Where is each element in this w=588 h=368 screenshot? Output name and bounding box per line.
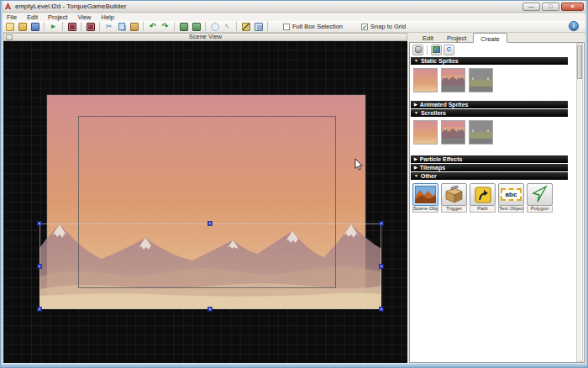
pointer-button[interactable]: ↖ [222, 21, 233, 32]
section-animated-sprites[interactable]: ▶ Animated Sprites [411, 101, 568, 108]
create-panel: Edit Project Create C ▼ Static Sprites [409, 33, 587, 363]
refresh-resources-button[interactable] [412, 45, 423, 55]
snap-to-grid-checkbox[interactable]: ✓ Snap to Grid [361, 23, 406, 30]
chevron-down-icon: ▼ [414, 174, 418, 178]
tool-label: Trigger [441, 206, 467, 213]
scroller-thumb-mountains-sunset[interactable] [441, 120, 465, 145]
chevron-down-icon: ▼ [414, 59, 418, 63]
build-button[interactable] [240, 21, 251, 32]
menu-edit[interactable]: Edit [22, 13, 43, 21]
scrollers-list [410, 118, 584, 145]
scene-view-header: Scene View [3, 33, 407, 41]
crescent-icon: C [447, 46, 452, 53]
close-button[interactable]: × [561, 3, 584, 11]
save-level-button[interactable] [29, 21, 40, 32]
window-left-border [1, 1, 3, 367]
history-button[interactable] [209, 21, 220, 32]
panel-scrollbar[interactable] [576, 43, 583, 362]
chevron-right-icon: ▶ [414, 103, 417, 107]
save-project-button[interactable] [191, 21, 202, 32]
maximize-button[interactable]: □ [542, 3, 559, 11]
tool-trigger[interactable]: Trigger [441, 183, 467, 213]
tool-label: Scene Object [412, 206, 438, 213]
sprite-thumb-mountains-gray[interactable] [469, 68, 493, 92]
menubar: File Edit Project View Help [2, 13, 586, 21]
redo-arrow-icon: ↷ [162, 23, 169, 30]
redo-button[interactable]: ↷ [160, 21, 171, 32]
add-image-map-button[interactable] [431, 45, 442, 55]
menu-view[interactable]: View [72, 13, 96, 21]
paste-button[interactable] [129, 21, 139, 32]
new-level-button[interactable] [4, 21, 15, 32]
separator [174, 22, 175, 31]
section-label: Animated Sprites [420, 102, 469, 108]
section-particle-effects[interactable]: ▶ Particle Effects [411, 155, 568, 163]
app-window: emptyLevel.t2d - TorqueGameBuilder — □ ×… [0, 0, 588, 368]
tab-create[interactable]: Create [473, 33, 507, 43]
scrollbar-thumb[interactable] [577, 45, 582, 79]
scene-window-alt-button[interactable] [85, 21, 96, 32]
separator [267, 22, 268, 31]
window-right-border [585, 1, 587, 367]
scroller-thumb-mountains-gray[interactable] [469, 120, 493, 145]
separator [427, 45, 428, 55]
tool-scene-object[interactable]: Scene Object [412, 183, 438, 213]
clock-icon [211, 23, 219, 31]
menu-file[interactable]: File [2, 13, 22, 21]
open-level-button[interactable] [17, 21, 28, 32]
window-title: emptyLevel.t2d - TorqueGameBuilder [15, 3, 126, 10]
main-toolbar: ► ✂ ↶ ↷ ↖ Full Box Selection ✓ Snap to G… [2, 21, 586, 33]
undo-button[interactable]: ↶ [147, 21, 158, 32]
scene-grid-icon [68, 23, 76, 31]
sprite-thumb-mountains-sunset[interactable] [441, 68, 465, 92]
scene-window-button[interactable] [66, 21, 77, 32]
tool-path[interactable]: Path [470, 183, 496, 213]
green-folder-icon [180, 23, 188, 31]
full-box-selection-label: Full Box Selection [292, 23, 343, 30]
sprite-thumb-sunset-sky[interactable] [413, 68, 438, 92]
section-tilemaps[interactable]: ▶ Tilemaps [411, 164, 568, 171]
package-icon [415, 46, 422, 53]
floppy-disk-icon [31, 23, 39, 31]
scene-grid-icon [87, 23, 95, 31]
landscape-icon [415, 186, 436, 203]
menu-help[interactable]: Help [97, 13, 119, 21]
chevron-down-icon: ▼ [414, 111, 418, 115]
scroller-thumb-sunset-sky[interactable] [413, 120, 438, 145]
section-label: Particle Effects [420, 156, 463, 162]
cut-button[interactable]: ✂ [103, 21, 114, 32]
tool-text-object[interactable]: abc Text Object [498, 183, 524, 213]
copy-button[interactable] [116, 21, 127, 32]
game-preview-button[interactable] [253, 21, 264, 32]
tool-label: Path [470, 206, 496, 213]
section-label: Static Sprites [421, 58, 459, 64]
snap-to-grid-label: Snap to Grid [370, 23, 406, 30]
tool-polygon[interactable]: Polygon [527, 183, 553, 213]
scene-canvas[interactable] [3, 41, 407, 363]
section-scrollers[interactable]: ▼ Scrollers [411, 109, 568, 117]
menu-project[interactable]: Project [43, 13, 72, 21]
abc-text-icon: abc [501, 188, 522, 201]
play-level-button[interactable]: ► [48, 21, 59, 32]
road-sign-icon [474, 186, 492, 204]
new-file-icon [6, 23, 14, 31]
separator [99, 22, 100, 31]
info-button[interactable]: i [569, 21, 579, 31]
play-icon: ► [50, 23, 57, 30]
static-sprites-list [410, 66, 584, 92]
hammer-icon [242, 23, 250, 31]
section-other[interactable]: ▼ Other [411, 172, 568, 180]
scene-svg [3, 41, 407, 363]
section-label: Tilemaps [420, 165, 445, 171]
monitor-icon [255, 23, 263, 31]
minimize-button[interactable]: — [522, 3, 540, 11]
scene-view-menu-button[interactable] [6, 34, 13, 40]
section-static-sprites[interactable]: ▼ Static Sprites [411, 57, 568, 65]
open-project-button[interactable] [178, 21, 189, 32]
titlebar[interactable]: emptyLevel.t2d - TorqueGameBuilder — □ × [2, 1, 586, 13]
separator [205, 22, 206, 31]
add-animation-button[interactable]: C [444, 45, 454, 55]
full-box-selection-checkbox[interactable]: Full Box Selection [283, 23, 343, 30]
cursor-icon: ↖ [224, 23, 230, 30]
polygon-arrow-icon [530, 185, 549, 204]
